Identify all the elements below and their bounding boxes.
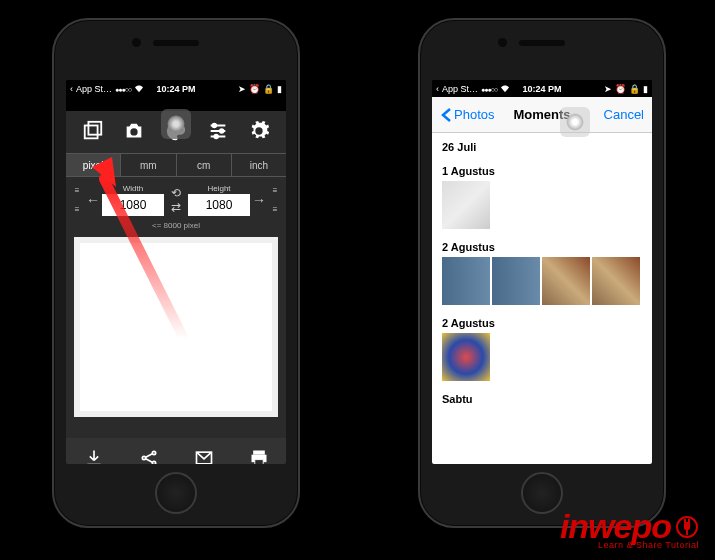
photos-picker-app: Photos Moments Cancel 26 Juli 1 Agustus … — [432, 97, 652, 464]
section-header: 1 Agustus — [432, 157, 652, 181]
print-icon[interactable] — [246, 445, 272, 464]
thumbnail-row — [432, 257, 652, 309]
canvas-area[interactable] — [74, 237, 278, 417]
cell-signal-icon — [115, 84, 131, 94]
svg-point-11 — [214, 135, 218, 139]
svg-point-2 — [131, 128, 138, 135]
unit-mm[interactable]: mm — [121, 154, 176, 176]
photo-thumbnail[interactable] — [442, 333, 490, 381]
assistive-touch-button[interactable] — [161, 109, 191, 139]
svg-point-14 — [152, 461, 155, 464]
plug-icon — [675, 515, 699, 539]
battery-icon: ▮ — [643, 84, 648, 94]
earpiece-speaker — [153, 40, 199, 46]
back-button[interactable]: Photos — [440, 107, 494, 123]
watermark-logo: inwepo Learn & Share Tutorial — [560, 507, 699, 550]
link-aspect-icon[interactable]: ⟲⇄ — [166, 186, 186, 214]
back-to-app-label[interactable]: App St… — [442, 84, 478, 94]
chevron-left-icon — [440, 107, 452, 123]
section-header: Sabtu — [432, 385, 652, 409]
camera-icon[interactable] — [121, 118, 147, 144]
cell-signal-icon — [481, 84, 497, 94]
back-label: Photos — [454, 107, 494, 122]
thumbnail-row — [432, 333, 652, 385]
thumbnail-row — [432, 181, 652, 233]
status-bar: ‹ App St… 10:24 PM ➤ ⏰ 🔒 ▮ — [432, 80, 652, 97]
svg-rect-0 — [85, 126, 98, 139]
svg-rect-1 — [88, 122, 101, 135]
phone-frame-right: ‹ App St… 10:24 PM ➤ ⏰ 🔒 ▮ Photos Moment… — [418, 18, 666, 528]
clock: 10:24 PM — [156, 84, 195, 94]
stepper-right[interactable] — [268, 186, 282, 214]
earpiece-speaker — [519, 40, 565, 46]
dimension-row: ← Width 1080 ⟲⇄ Height 1080 → — [66, 179, 286, 221]
location-icon: ➤ — [604, 84, 612, 94]
photo-thumbnail[interactable] — [442, 257, 490, 305]
screen-right: ‹ App St… 10:24 PM ➤ ⏰ 🔒 ▮ Photos Moment… — [432, 80, 652, 464]
arrow-left-icon[interactable]: ← — [86, 192, 100, 208]
svg-point-13 — [152, 451, 155, 454]
back-to-app-icon[interactable]: ‹ — [70, 84, 73, 94]
arrow-right-icon[interactable]: → — [252, 192, 266, 208]
size-hint: <= 8000 pixel — [66, 221, 286, 233]
nav-bar: Photos Moments Cancel — [432, 97, 652, 133]
wifi-icon — [500, 85, 510, 93]
back-to-app-icon[interactable]: ‹ — [436, 84, 439, 94]
photo-thumbnail[interactable] — [542, 257, 590, 305]
svg-rect-18 — [253, 451, 265, 455]
width-label: Width — [102, 184, 164, 194]
unit-inch[interactable]: inch — [232, 154, 286, 176]
rotation-lock-icon: 🔒 — [629, 84, 640, 94]
svg-line-16 — [145, 459, 152, 462]
back-to-app-label[interactable]: App St… — [76, 84, 112, 94]
unit-pixel[interactable]: pixel — [66, 154, 121, 176]
svg-point-10 — [219, 129, 223, 133]
download-icon[interactable] — [81, 445, 107, 464]
wifi-icon — [134, 85, 144, 93]
battery-icon: ▮ — [277, 84, 282, 94]
front-camera — [498, 38, 507, 47]
share-icon[interactable] — [136, 445, 162, 464]
moments-scroll[interactable]: 26 Juli 1 Agustus 2 Agustus 2 Agustus Sa… — [432, 133, 652, 464]
section-header: 26 Juli — [432, 133, 652, 157]
assistive-touch-button[interactable] — [560, 107, 590, 137]
height-input[interactable]: 1080 — [188, 194, 250, 216]
gear-icon[interactable] — [246, 118, 272, 144]
unit-selector: pixel mm cm inch — [66, 153, 286, 177]
svg-point-12 — [142, 456, 145, 459]
sliders-icon[interactable] — [205, 118, 231, 144]
gallery-icon[interactable] — [80, 118, 106, 144]
canvas-blank — [80, 243, 272, 411]
photo-thumbnail[interactable] — [442, 181, 490, 229]
height-label: Height — [188, 184, 250, 194]
home-button[interactable] — [155, 472, 197, 514]
screen-left: ‹ App St… 10:24 PM ➤ ⏰ 🔒 ▮ — [66, 80, 286, 464]
status-bar: ‹ App St… 10:24 PM ➤ ⏰ 🔒 ▮ — [66, 80, 286, 97]
cancel-button[interactable]: Cancel — [604, 107, 644, 122]
bottom-toolbar — [66, 438, 286, 464]
unit-cm[interactable]: cm — [177, 154, 232, 176]
width-input[interactable]: 1080 — [102, 194, 164, 216]
svg-point-9 — [212, 124, 216, 128]
svg-line-15 — [145, 454, 152, 457]
phone-frame-left: ‹ App St… 10:24 PM ➤ ⏰ 🔒 ▮ — [52, 18, 300, 528]
svg-rect-22 — [684, 522, 690, 530]
photo-thumbnail[interactable] — [492, 257, 540, 305]
photo-thumbnail[interactable] — [592, 257, 640, 305]
location-icon: ➤ — [238, 84, 246, 94]
front-camera — [132, 38, 141, 47]
alarm-icon: ⏰ — [615, 84, 626, 94]
section-header: 2 Agustus — [432, 309, 652, 333]
svg-rect-20 — [254, 460, 262, 464]
clock: 10:24 PM — [522, 84, 561, 94]
image-editor-app: pixel mm cm inch ← Width 1080 ⟲⇄ Height … — [66, 111, 286, 464]
home-button[interactable] — [521, 472, 563, 514]
rotation-lock-icon: 🔒 — [263, 84, 274, 94]
section-header: 2 Agustus — [432, 233, 652, 257]
alarm-icon: ⏰ — [249, 84, 260, 94]
mail-icon[interactable] — [191, 445, 217, 464]
stepper-left[interactable] — [70, 186, 84, 214]
